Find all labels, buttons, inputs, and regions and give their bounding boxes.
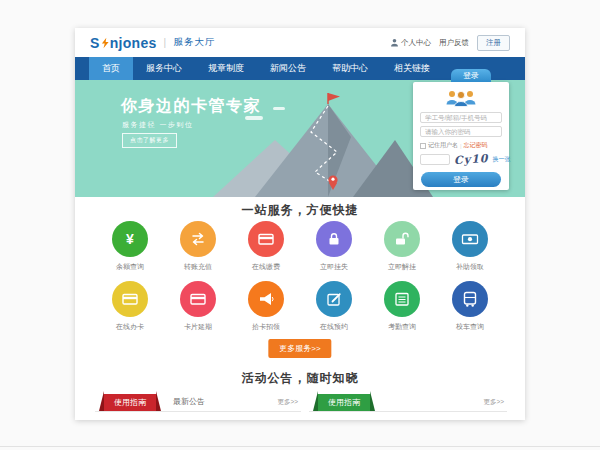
hero-cta-button[interactable]: 点击了解更多 (122, 133, 177, 148)
service-label: 在线办卡 (112, 322, 149, 332)
services-title: 一站服务，方便快捷 (75, 197, 525, 219)
service-item-apply-card[interactable]: 在线办卡 (112, 281, 149, 332)
service-label: 余额查询 (112, 262, 149, 272)
divider: | (460, 143, 462, 149)
latest-news-tab[interactable]: 最新公告 (173, 392, 205, 412)
hero-subtitle: 服务捷径 一步到位 (122, 120, 193, 130)
logo-text-prefix: S (90, 35, 100, 51)
password-input[interactable] (420, 126, 502, 137)
feedback-link[interactable]: 用户反馈 (439, 38, 469, 48)
hero-title: 你身边的卡管专家 (121, 96, 261, 117)
header-user-area: 个人中心 用户反馈 注册 (390, 35, 510, 51)
service-item-balance[interactable]: ¥ 余额查询 (112, 221, 149, 272)
lightning-icon (101, 37, 109, 49)
edit-icon (316, 281, 352, 317)
banknote-icon (452, 221, 488, 257)
login-tab[interactable]: 登录 (451, 69, 491, 82)
card-icon (180, 281, 216, 317)
username-input[interactable] (420, 112, 502, 123)
page-bottom-divider (0, 446, 600, 447)
services-row-2: 在线办卡 卡片延期 拾卡招领 在线预约 (75, 281, 525, 332)
announcements-section: 活动公告，随时知晓 使用指南 最新公告 更多>> 使用指南 更多>> (75, 360, 525, 420)
captcha-image[interactable]: Cy10 (454, 152, 489, 167)
service-item-school-bus[interactable]: 校车查询 (452, 281, 489, 332)
card-icon (112, 281, 148, 317)
lock-icon (316, 221, 352, 257)
nav-item-service-center[interactable]: 服务中心 (133, 57, 195, 80)
forgot-password-link[interactable]: 忘记密码 (464, 141, 488, 150)
service-item-report-loss[interactable]: 立即挂失 (316, 221, 353, 272)
service-label: 拾卡招领 (248, 322, 285, 332)
more-services-button[interactable]: 更多服务>> (268, 339, 331, 358)
captcha-refresh-link[interactable]: 换一张 (492, 155, 510, 164)
service-item-reservation[interactable]: 在线预约 (316, 281, 353, 332)
site-tagline: 服务大厅 (173, 36, 215, 49)
user-icon (390, 38, 399, 47)
more-link[interactable]: 更多>> (483, 392, 504, 412)
unlock-icon (384, 221, 420, 257)
remember-row: 记住用户名 | 忘记密码 (420, 141, 502, 150)
page-card: S njones | 服务大厅 个人中心 用户反馈 注册 首页 服务中心 规章制… (75, 28, 525, 420)
register-button[interactable]: 注册 (477, 35, 510, 51)
nav-item-home[interactable]: 首页 (89, 57, 133, 80)
services-section: 一站服务，方便快捷 ¥ 余额查询 转账充值 在线缴费 (75, 197, 525, 360)
logo[interactable]: S njones | 服务大厅 (90, 35, 215, 51)
yen-icon: ¥ (112, 221, 148, 257)
service-label: 补助领取 (452, 262, 489, 272)
service-item-attendance[interactable]: 考勤查询 (384, 281, 421, 332)
captcha-input[interactable] (420, 154, 450, 165)
service-label: 转账充值 (180, 262, 217, 272)
card-icon (248, 221, 284, 257)
guide-tab-green[interactable]: 使用指南 (318, 394, 370, 411)
logo-text-suffix: njones (110, 35, 157, 51)
login-button[interactable]: 登录 (421, 172, 501, 187)
captcha-row: Cy10 换一张 (420, 153, 502, 166)
users-group-icon (444, 88, 478, 109)
personal-center-link[interactable]: 个人中心 (390, 38, 431, 48)
announcements-left-panel: 使用指南 最新公告 更多>> (95, 392, 301, 412)
service-item-pay-online[interactable]: 在线缴费 (248, 221, 285, 272)
logo-divider: | (164, 37, 167, 48)
nav-item-help[interactable]: 帮助中心 (319, 57, 381, 80)
services-row-1: ¥ 余额查询 转账充值 在线缴费 立即挂失 (75, 221, 525, 272)
nav-item-rules[interactable]: 规章制度 (195, 57, 257, 80)
service-label: 立即解挂 (384, 262, 421, 272)
more-link[interactable]: 更多>> (277, 392, 298, 412)
service-item-lost-found[interactable]: 拾卡招领 (248, 281, 285, 332)
feedback-label: 用户反馈 (439, 38, 469, 48)
nav-item-news[interactable]: 新闻公告 (257, 57, 319, 80)
remember-checkbox[interactable] (420, 143, 426, 149)
guide-tab-red[interactable]: 使用指南 (104, 394, 156, 411)
nav-item-links[interactable]: 相关链接 (381, 57, 443, 80)
service-label: 考勤查询 (384, 322, 421, 332)
service-item-card-renewal[interactable]: 卡片延期 (180, 281, 217, 332)
personal-center-label: 个人中心 (401, 38, 431, 48)
megaphone-icon (248, 281, 284, 317)
service-label: 在线预约 (316, 322, 353, 332)
service-label: 校车查询 (452, 322, 489, 332)
transfer-arrows-icon (180, 221, 216, 257)
service-label: 卡片延期 (180, 322, 217, 332)
list-icon (384, 281, 420, 317)
service-label: 立即挂失 (316, 262, 353, 272)
login-panel: 记住用户名 | 忘记密码 Cy10 换一张 登录 (413, 82, 509, 190)
service-item-unfreeze[interactable]: 立即解挂 (384, 221, 421, 272)
service-item-subsidy[interactable]: 补助领取 (452, 221, 489, 272)
bus-icon (452, 281, 488, 317)
announcements-right-panel: 使用指南 更多>> (309, 392, 507, 412)
announcements-title: 活动公告，随时知晓 (75, 360, 525, 387)
remember-label: 记住用户名 (428, 141, 458, 150)
site-header: S njones | 服务大厅 个人中心 用户反馈 注册 (75, 28, 525, 57)
service-item-transfer[interactable]: 转账充值 (180, 221, 217, 272)
service-label: 在线缴费 (248, 262, 285, 272)
